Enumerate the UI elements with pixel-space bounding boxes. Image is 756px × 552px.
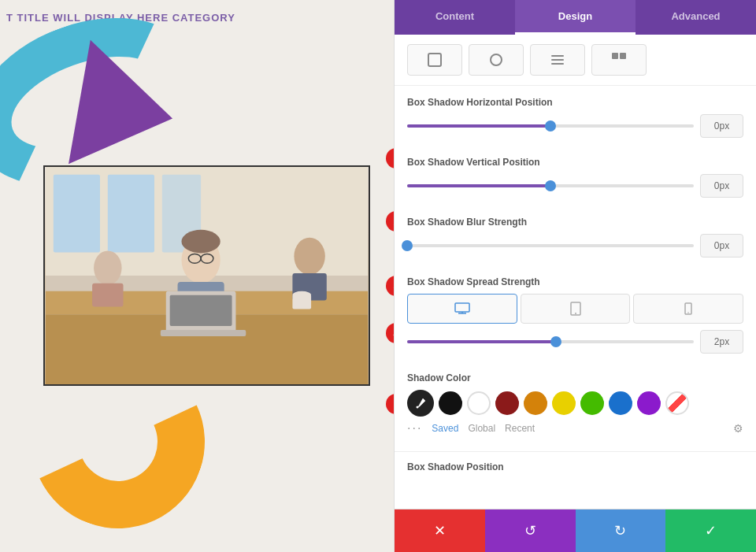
svg-rect-26 bbox=[455, 303, 469, 312]
canvas-area: T TITLE WILL DISPLAY HERE CATEGORY bbox=[0, 0, 394, 552]
svg-rect-25 bbox=[620, 53, 626, 59]
section-blur: Box Shadow Blur Strength 0px bbox=[395, 209, 756, 269]
svg-rect-13 bbox=[92, 283, 123, 307]
color-swatch-transparent[interactable] bbox=[665, 391, 689, 415]
label-blur: Box Shadow Blur Strength bbox=[407, 217, 743, 228]
right-panel: Content Design Advanced bbox=[394, 0, 756, 552]
eyedropper-button[interactable] bbox=[407, 390, 434, 417]
section-box-shadow-pos: Box Shadow Position bbox=[395, 455, 756, 485]
svg-rect-3 bbox=[108, 175, 154, 253]
label-vertical: Box Shadow Vertical Position bbox=[407, 157, 743, 168]
slider-row-blur: 0px bbox=[407, 234, 743, 257]
device-mobile-btn[interactable] bbox=[633, 294, 743, 324]
color-swatch-white[interactable] bbox=[467, 391, 491, 415]
section-shadow-color: Shadow Color ··· Saved Global Recen bbox=[395, 365, 756, 448]
color-swatches-row bbox=[407, 390, 743, 417]
value-horizontal[interactable]: 0px bbox=[700, 114, 743, 138]
color-swatch-black[interactable] bbox=[439, 391, 462, 415]
icon-row bbox=[395, 35, 756, 82]
svg-point-14 bbox=[294, 238, 324, 275]
device-desktop-btn[interactable] bbox=[407, 294, 517, 324]
svg-point-21 bbox=[181, 230, 220, 254]
image-frame bbox=[43, 165, 370, 386]
value-spread[interactable]: 2px bbox=[700, 330, 743, 354]
svg-rect-11 bbox=[161, 330, 246, 336]
icon-option-2[interactable] bbox=[469, 44, 524, 76]
color-tab-saved[interactable]: Saved bbox=[432, 423, 458, 434]
color-swatch-blue[interactable] bbox=[609, 391, 632, 415]
tab-content[interactable]: Content bbox=[395, 0, 515, 35]
tab-design[interactable]: Design bbox=[515, 0, 636, 35]
color-swatch-yellow[interactable] bbox=[552, 391, 576, 415]
label-box-shadow-pos: Box Shadow Position bbox=[407, 461, 743, 472]
section-vertical: Box Shadow Vertical Position 0px bbox=[395, 149, 756, 209]
device-row bbox=[407, 294, 743, 324]
section-horizontal: Box Shadow Horizontal Position 0px bbox=[395, 89, 756, 149]
redo-button[interactable]: ↻ bbox=[576, 509, 666, 552]
more-dots-button[interactable]: ··· bbox=[407, 421, 422, 435]
label-horizontal: Box Shadow Horizontal Position bbox=[407, 97, 743, 108]
svg-point-32 bbox=[687, 312, 689, 313]
color-swatch-green[interactable] bbox=[580, 391, 604, 415]
color-tab-global[interactable]: Global bbox=[468, 423, 495, 434]
icon-option-1[interactable] bbox=[407, 44, 462, 76]
slider-vertical[interactable] bbox=[407, 178, 694, 194]
svg-rect-2 bbox=[54, 175, 100, 253]
panel-content: Box Shadow Horizontal Position 0px Box S… bbox=[395, 35, 756, 509]
color-swatch-purple[interactable] bbox=[637, 391, 661, 415]
svg-rect-24 bbox=[612, 53, 618, 59]
color-swatch-orange[interactable] bbox=[524, 391, 547, 415]
color-tabs-row: ··· Saved Global Recent ⚙ bbox=[407, 417, 743, 440]
icon-option-3[interactable] bbox=[530, 44, 585, 76]
settings-gear-icon[interactable]: ⚙ bbox=[733, 422, 743, 435]
label-shadow-color: Shadow Color bbox=[407, 372, 743, 383]
color-tab-recent[interactable]: Recent bbox=[505, 423, 535, 434]
slider-row-spread: 2px bbox=[407, 330, 743, 354]
svg-point-23 bbox=[491, 54, 502, 65]
slider-horizontal[interactable] bbox=[407, 118, 694, 134]
svg-point-12 bbox=[94, 250, 121, 284]
slider-blur[interactable] bbox=[407, 238, 694, 254]
office-image bbox=[45, 167, 369, 384]
value-blur[interactable]: 0px bbox=[700, 234, 743, 257]
tab-bar: Content Design Advanced bbox=[395, 0, 756, 35]
bottom-toolbar: ✕ ↺ ↻ ✓ bbox=[395, 509, 756, 552]
icon-option-4[interactable] bbox=[591, 44, 647, 76]
device-tablet-btn[interactable] bbox=[521, 294, 631, 324]
svg-point-30 bbox=[575, 313, 576, 314]
svg-rect-22 bbox=[428, 54, 441, 66]
value-vertical[interactable]: 0px bbox=[700, 174, 743, 198]
slider-spread[interactable] bbox=[407, 334, 694, 350]
cancel-button[interactable]: ✕ bbox=[395, 509, 485, 552]
confirm-button[interactable]: ✓ bbox=[665, 509, 756, 552]
section-spread: Box Shadow Spread Strength bbox=[395, 269, 756, 365]
label-spread: Box Shadow Spread Strength bbox=[407, 276, 743, 287]
slider-row-horizontal: 0px bbox=[407, 114, 743, 138]
tab-advanced[interactable]: Advanced bbox=[636, 0, 756, 35]
undo-button[interactable]: ↺ bbox=[485, 509, 576, 552]
svg-rect-17 bbox=[292, 295, 311, 309]
svg-rect-10 bbox=[170, 295, 232, 326]
slider-row-vertical: 0px bbox=[407, 174, 743, 198]
color-swatch-dark-red[interactable] bbox=[495, 391, 519, 415]
svg-point-33 bbox=[417, 406, 419, 409]
